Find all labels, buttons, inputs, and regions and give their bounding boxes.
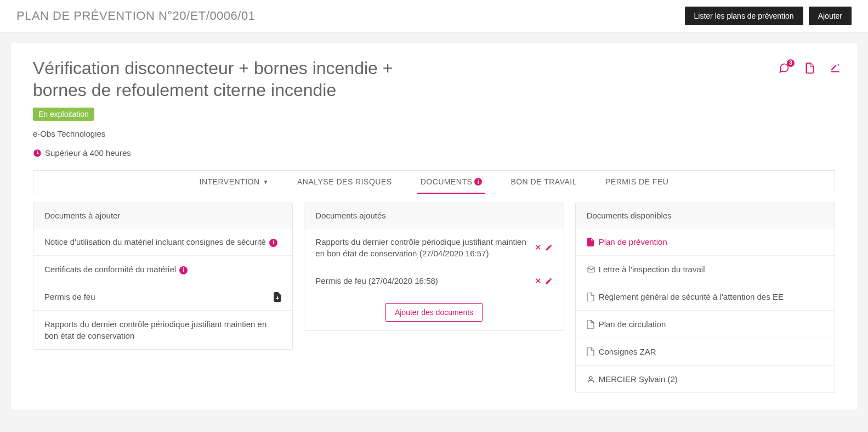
sign-icon[interactable] bbox=[830, 63, 841, 74]
item-label: Rapports du dernier contrôle périodique … bbox=[44, 318, 281, 341]
item-label: Plan de circulation bbox=[599, 318, 666, 330]
user-icon bbox=[587, 375, 594, 384]
main-card: Vérification disconnecteur + bornes ince… bbox=[11, 43, 857, 409]
add-plan-button[interactable]: Ajouter bbox=[809, 7, 852, 25]
page-breadcrumb-title: PLAN DE PRÉVENTION N°20/ET/0006/01 bbox=[16, 9, 255, 23]
edit-icon[interactable] bbox=[545, 277, 553, 285]
panel-header: Documents à ajouter bbox=[33, 203, 292, 228]
list-item[interactable]: Plan de prévention bbox=[576, 228, 835, 256]
info-icon: i bbox=[269, 239, 277, 247]
pdf-export-icon[interactable] bbox=[805, 63, 814, 74]
panel-docs-available: Documents disponibles Plan de prévention… bbox=[575, 203, 835, 393]
doc-link: Consignes ZAR bbox=[587, 346, 656, 357]
file-icon bbox=[587, 347, 594, 356]
row-actions bbox=[535, 277, 553, 285]
doc-link: Réglement général de sécurité à l'attent… bbox=[587, 291, 784, 302]
item-label: Rapports du dernier contrôle périodique … bbox=[315, 236, 529, 259]
panel-docs-added: Documents ajoutés Rapports du dernier co… bbox=[304, 203, 564, 331]
doc-link: Lettre à l'inspection du travail bbox=[587, 263, 705, 275]
item-label: Lettre à l'inspection du travail bbox=[599, 263, 705, 275]
edit-icon[interactable] bbox=[545, 244, 553, 251]
info-icon: i bbox=[179, 266, 188, 274]
clock-icon bbox=[33, 149, 42, 158]
item-label: Réglement général de sécurité à l'attent… bbox=[599, 291, 784, 302]
header-action-icons: 3 bbox=[778, 57, 841, 74]
doc-link: Plan de prévention bbox=[587, 236, 667, 248]
doc-link: Plan de circulation bbox=[587, 318, 666, 330]
list-item[interactable]: Notice d'utilisation du matériel incluan… bbox=[33, 228, 292, 256]
item-label: Plan de prévention bbox=[599, 236, 667, 248]
delete-icon[interactable] bbox=[535, 277, 542, 285]
list-item: Rapports du dernier contrôle périodique … bbox=[304, 228, 563, 267]
list-plans-button[interactable]: Lister les plans de prévention bbox=[685, 7, 803, 25]
caret-down-icon: ▼ bbox=[263, 179, 269, 185]
item-label: MERCIER Sylvain (2) bbox=[599, 373, 678, 385]
download-icon[interactable] bbox=[274, 292, 281, 302]
tab-intervention[interactable]: INTERVENTION▼ bbox=[196, 171, 272, 194]
item-label: Certificats de conformité du matériel i bbox=[44, 263, 281, 275]
list-item[interactable]: Consignes ZAR bbox=[576, 338, 835, 366]
file-icon bbox=[587, 320, 594, 329]
list-item[interactable]: Plan de circulation bbox=[576, 311, 835, 338]
status-badge: En exploitation bbox=[33, 108, 94, 121]
add-documents-button[interactable]: Ajouter des documents bbox=[385, 303, 483, 322]
item-label: Consignes ZAR bbox=[599, 346, 656, 357]
tab-documents[interactable]: DOCUMENTS i bbox=[417, 171, 486, 194]
delete-icon[interactable] bbox=[535, 244, 542, 251]
item-label: Permis de feu (27/04/2020 16:58) bbox=[315, 275, 529, 287]
topbar-actions: Lister les plans de prévention Ajouter bbox=[685, 7, 852, 25]
svg-point-2 bbox=[589, 377, 592, 379]
topbar: PLAN DE PRÉVENTION N°20/ET/0006/01 Liste… bbox=[0, 0, 868, 32]
list-item[interactable]: MERCIER Sylvain (2) bbox=[576, 366, 835, 392]
row-actions bbox=[535, 244, 553, 251]
list-item[interactable]: Réglement général de sécurité à l'attent… bbox=[576, 283, 835, 311]
doc-link: MERCIER Sylvain (2) bbox=[587, 373, 678, 385]
file-icon bbox=[587, 293, 594, 301]
list-item[interactable]: Certificats de conformité du matériel i bbox=[33, 256, 292, 283]
comments-icon[interactable]: 3 bbox=[778, 63, 790, 74]
tab-fire-permit[interactable]: PERMIS DE FEU bbox=[602, 171, 672, 194]
panel-docs-to-add: Documents à ajouter Notice d'utilisation… bbox=[33, 203, 293, 350]
item-label: Notice d'utilisation du matériel incluan… bbox=[44, 236, 281, 248]
list-item[interactable]: Lettre à l'inspection du travail bbox=[576, 256, 835, 283]
info-icon: i bbox=[474, 178, 482, 186]
item-label: Permis de feu bbox=[44, 291, 268, 302]
list-item[interactable]: Rapports du dernier contrôle périodique … bbox=[33, 311, 292, 349]
tab-risks[interactable]: ANALYSE DES RISQUES bbox=[294, 171, 395, 194]
pdf-icon bbox=[587, 238, 594, 246]
comments-count-badge: 3 bbox=[787, 59, 795, 67]
tab-work-order[interactable]: BON DE TRAVAIL bbox=[507, 171, 580, 194]
duration-row: Supérieur à 400 heures bbox=[11, 148, 857, 162]
duration-text: Supérieur à 400 heures bbox=[45, 148, 131, 158]
list-item: Permis de feu (27/04/2020 16:58) bbox=[304, 267, 563, 294]
mail-icon bbox=[587, 266, 594, 273]
panel-header: Documents ajoutés bbox=[304, 203, 563, 228]
list-item[interactable]: Permis de feu bbox=[33, 283, 292, 311]
panel-header: Documents disponibles bbox=[576, 203, 835, 228]
company-name: e-Obs Technologies bbox=[11, 129, 857, 138]
plan-title: Vérification disconnecteur + bornes ince… bbox=[33, 57, 417, 101]
tab-bar: INTERVENTION▼ ANALYSE DES RISQUES DOCUME… bbox=[33, 170, 835, 194]
